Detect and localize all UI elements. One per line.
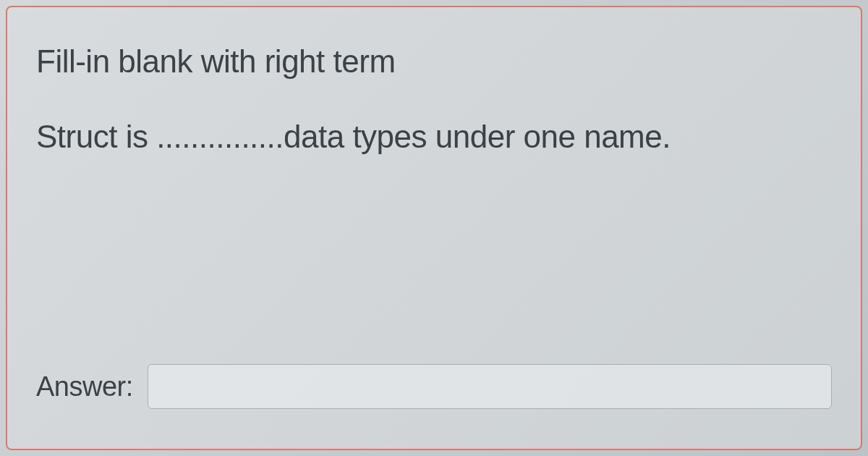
- question-card: Fill-in blank with right term Struct is …: [6, 6, 862, 450]
- answer-label: Answer:: [36, 371, 133, 402]
- answer-input[interactable]: [148, 364, 832, 409]
- instruction-text: Fill-in blank with right term: [36, 43, 832, 80]
- question-prompt: Struct is ...............data types unde…: [36, 116, 832, 157]
- answer-row: Answer:: [36, 364, 832, 409]
